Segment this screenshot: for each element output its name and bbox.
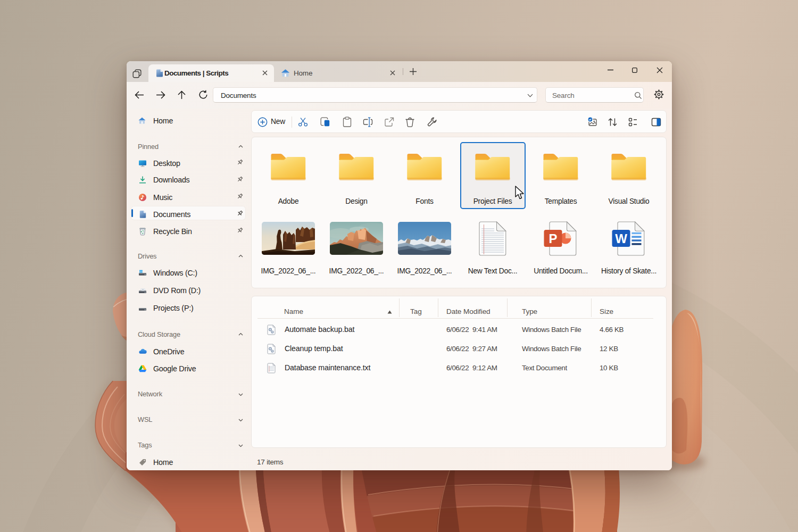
svg-text:W: W: [615, 231, 627, 246]
svg-text:P: P: [548, 231, 557, 246]
